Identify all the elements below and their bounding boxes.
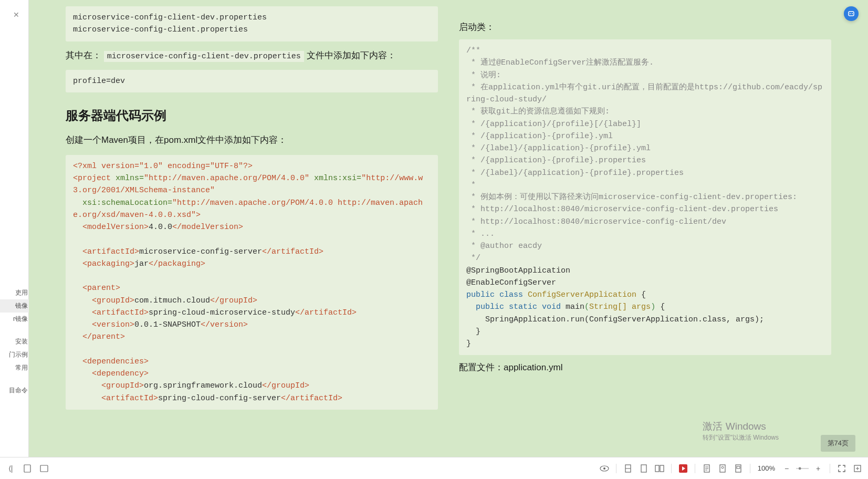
doc-icon-1[interactable]	[700, 462, 713, 475]
svg-rect-17	[737, 466, 740, 468]
page-icon[interactable]	[21, 462, 34, 475]
svg-rect-11	[660, 465, 664, 472]
code-block-java: /** * 通过@EnableConfigServer注解激活配置服务. * 说…	[459, 39, 831, 355]
view-continuous-icon[interactable]	[637, 462, 650, 475]
toc-item[interactable]: 吏用	[0, 286, 29, 299]
assistant-fab-icon[interactable]	[844, 6, 859, 21]
sidebar-toc: 吏用 镜像 r镜像 安装 门示例 常用 目命令	[0, 286, 29, 397]
svg-rect-0	[849, 12, 854, 16]
svg-rect-9	[641, 465, 646, 472]
svg-rect-10	[655, 465, 659, 472]
inline-code: microservice-config-client-dev.propertie…	[104, 51, 304, 62]
section-heading: 服务器端代码示例	[66, 107, 438, 124]
toc-item[interactable]: 安装	[0, 335, 29, 348]
play-icon[interactable]	[677, 462, 689, 475]
svg-rect-4	[40, 465, 48, 472]
page-left: microservice-config-client-dev.propertie…	[29, 0, 448, 457]
best-fit-icon[interactable]	[851, 462, 864, 475]
zoom-in-icon[interactable]: +	[812, 462, 824, 475]
close-icon[interactable]: ✕	[13, 11, 19, 19]
doc-icon-3[interactable]	[732, 462, 745, 475]
toc-item	[0, 374, 29, 384]
svg-rect-3	[24, 465, 30, 472]
toc-item[interactable]: r镜像	[0, 313, 29, 326]
svg-point-19	[799, 467, 801, 470]
page-right: 启动类： /** * 通过@EnableConfigServer注解激活配置服务…	[448, 0, 868, 457]
toc-item[interactable]: 常用	[0, 361, 29, 374]
toc-item[interactable]: 门示例	[0, 348, 29, 361]
paragraph: 创建一个Maven项目，在pom.xml文件中添加如下内容：	[66, 132, 438, 149]
toc-item[interactable]: 目命令	[0, 384, 29, 397]
view-facing-icon[interactable]	[653, 462, 666, 475]
zoom-out-icon[interactable]: −	[780, 462, 793, 475]
bottom-toolbar: ⟨|	[0, 457, 868, 479]
nav-back-icon[interactable]: ⟨|	[4, 462, 17, 475]
code-block: microservice-config-client-dev.propertie…	[66, 6, 438, 41]
code-block-pom: <?xml version="1.0" encoding="UTF-8"?> <…	[66, 155, 438, 410]
zoom-level[interactable]: 100%	[756, 464, 777, 472]
paragraph: 其中在： microservice-config-client-dev.prop…	[66, 48, 438, 64]
eye-icon[interactable]	[598, 462, 611, 475]
svg-point-1	[850, 13, 851, 14]
zoom-slider-icon[interactable]	[796, 462, 809, 475]
svg-point-15	[721, 466, 724, 468]
fullscreen-icon[interactable]	[835, 462, 848, 475]
page-wide-icon[interactable]	[38, 462, 50, 475]
toc-item[interactable]: 镜像	[0, 299, 29, 313]
sidebar: ✕ 吏用 镜像 r镜像 安装 门示例 常用 目命令	[0, 0, 29, 457]
toc-item	[0, 326, 29, 335]
svg-point-2	[852, 13, 853, 14]
page-number-button[interactable]: 第74页	[821, 435, 855, 452]
document-viewport: microservice-config-client-dev.propertie…	[29, 0, 868, 457]
sub-heading: 启动类：	[459, 21, 831, 33]
code-block: profile=dev	[66, 70, 438, 92]
sub-heading: 配置文件：application.yml	[459, 361, 831, 373]
doc-icon-2[interactable]	[716, 462, 729, 475]
view-single-icon[interactable]	[622, 462, 634, 475]
svg-point-6	[603, 467, 605, 470]
